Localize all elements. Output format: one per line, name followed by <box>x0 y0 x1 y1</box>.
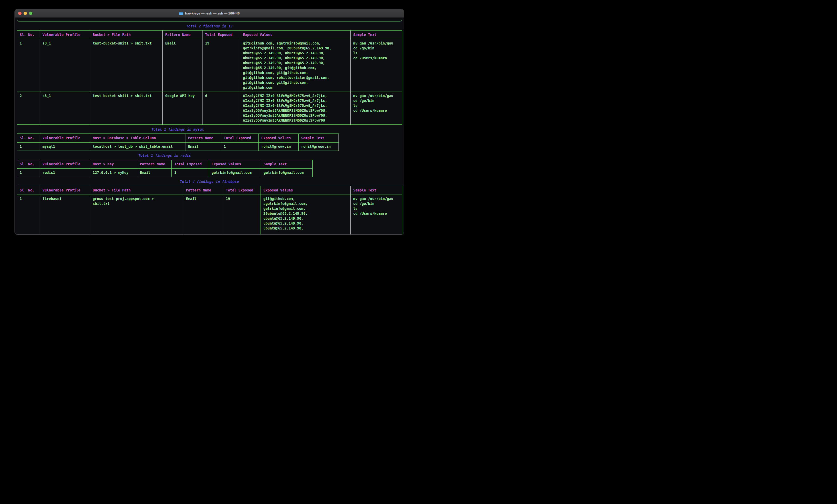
column-header: Bucket > File Path <box>90 31 163 39</box>
column-header: Vulnerable Profile <box>40 31 90 39</box>
table-cell: getrkinfo@gmail.com <box>209 169 261 177</box>
findings-table-s3: Sl. No.Vulnerable ProfileBucket > File P… <box>17 30 402 125</box>
table-cell: 1 <box>17 195 40 235</box>
column-header: Sample Text <box>351 31 402 39</box>
column-header: Total Exposed <box>223 186 261 195</box>
table-cell: getrkinfo@gmail.com <box>261 169 313 177</box>
table-cell: s3_1 <box>40 92 90 125</box>
column-header: Vulnerable Profile <box>40 160 90 169</box>
findings-section-redis: Total 1 findings in redisSl. No.Vulnerab… <box>17 153 312 177</box>
section-title-firebase: Total 4 findings in firebase <box>17 179 402 184</box>
table-header-row: Sl. No.Vulnerable ProfileBucket > File P… <box>17 31 402 39</box>
column-header: Host > Key <box>90 160 137 169</box>
table-cell: 19 <box>223 195 261 235</box>
table-cell: localhost > test_db > shit_table.email <box>90 143 185 151</box>
table-cell: rohit@groww.in <box>299 143 339 151</box>
table-cell: 1 <box>17 39 40 92</box>
column-header: Pattern Name <box>137 160 172 169</box>
column-header: Exposed Values <box>240 31 351 39</box>
findings-section-s3: Total 2 findings in s3Sl. No.Vulnerable … <box>17 24 402 125</box>
close-button[interactable] <box>18 12 21 15</box>
column-header: Pattern Name <box>163 31 202 39</box>
column-header: Vulnerable Profile <box>40 186 90 195</box>
section-title-s3: Total 2 findings in s3 <box>17 24 402 29</box>
table-cell: AIzaSyCfNZ-IZx0-SlVcVg8MCr575zv9_Ar7jLc,… <box>240 92 351 125</box>
table-cell: mv gau /usr/bin/gau cd /go/bin ls cd /Us… <box>351 92 402 125</box>
table-cell: firebase1 <box>40 195 90 235</box>
table-cell: 1 <box>17 169 40 177</box>
table-cell: Email <box>185 143 221 151</box>
table-cell: Email <box>163 39 202 92</box>
table-cell: groww-test-proj.appspot.com > shit.txt <box>90 195 183 235</box>
column-header: Pattern Name <box>185 134 221 143</box>
column-header: Total Exposed <box>172 160 209 169</box>
partial-table-bottom <box>17 19 402 21</box>
column-header: Exposed Values <box>209 160 261 169</box>
table-cell: git@github.com, sgetrkinfo@gmail.com, ge… <box>240 39 351 92</box>
column-header: Sample Text <box>299 134 339 143</box>
column-header: Sl. No. <box>17 134 40 143</box>
window-title: hawk-eye — -zsh — zsh — 166×46 <box>185 12 240 15</box>
findings-table-redis: Sl. No.Vulnerable ProfileHost > KeyPatte… <box>17 160 313 177</box>
table-cell: git@github.com, sgetrkinfo@gmail.com, ge… <box>261 195 351 235</box>
section-title-mysql: Total 1 findings in mysql <box>17 127 338 132</box>
column-header: Bucket > File Path <box>90 186 183 195</box>
window-titlebar[interactable]: hawk-eye — -zsh — zsh — 166×46 <box>15 9 404 18</box>
folder-icon <box>179 12 183 15</box>
table-cell: s3_1 <box>40 39 90 92</box>
table-cell: 2 <box>17 92 40 125</box>
table-cell: 6 <box>202 92 240 125</box>
column-header: Sl. No. <box>17 31 40 39</box>
window-title-group: hawk-eye — -zsh — zsh — 166×46 <box>179 12 240 15</box>
terminal-output[interactable]: Total 2 findings in s3Sl. No.Vulnerable … <box>15 18 404 235</box>
column-header: Total Exposed <box>221 134 259 143</box>
column-header: Exposed Values <box>259 134 299 143</box>
table-row: 1mysql1localhost > test_db > shit_table.… <box>17 143 339 151</box>
table-header-row: Sl. No.Vulnerable ProfileHost > Database… <box>17 134 339 143</box>
terminal-window: hawk-eye — -zsh — zsh — 166×46 Total 2 f… <box>15 9 404 235</box>
traffic-lights <box>18 12 32 15</box>
column-header: Pattern Name <box>183 186 223 195</box>
minimize-button[interactable] <box>23 12 27 15</box>
table-row: 1firebase1groww-test-proj.appspot.com > … <box>17 195 402 235</box>
findings-section-firebase: Total 4 findings in firebaseSl. No.Vulne… <box>17 179 402 235</box>
findings-table-firebase: Sl. No.Vulnerable ProfileBucket > File P… <box>17 186 402 235</box>
findings-section-mysql: Total 1 findings in mysqlSl. No.Vulnerab… <box>17 127 338 151</box>
table-cell: redis1 <box>40 169 90 177</box>
column-header: Sl. No. <box>17 160 40 169</box>
column-header: Sample Text <box>261 160 313 169</box>
column-header: Sl. No. <box>17 186 40 195</box>
table-cell: 1 <box>221 143 259 151</box>
table-cell: 19 <box>202 39 240 92</box>
table-cell: 127.0.0.1 > myKey <box>90 169 137 177</box>
findings-table-mysql: Sl. No.Vulnerable ProfileHost > Database… <box>17 133 339 151</box>
table-cell: Google API key <box>163 92 202 125</box>
table-row: 1redis1127.0.0.1 > myKeyEmail1getrkinfo@… <box>17 169 313 177</box>
table-cell: test-bucket-shit1 > shit.txt <box>90 92 163 125</box>
column-header: Total Exposed <box>202 31 240 39</box>
column-header: Exposed Values <box>261 186 351 195</box>
table-cell: test-bucket-shit1 > shit.txt <box>90 39 163 92</box>
table-header-row: Sl. No.Vulnerable ProfileBucket > File P… <box>17 186 402 195</box>
table-cell: 1 <box>17 143 40 151</box>
table-cell: mv gau /usr/bin/gau cd /go/bin ls cd /Us… <box>351 39 402 92</box>
column-header: Sample Text <box>351 186 402 195</box>
table-row: 1s3_1test-bucket-shit1 > shit.txtEmail19… <box>17 39 402 92</box>
table-cell: rohit@groww.in <box>259 143 299 151</box>
table-cell: Email <box>137 169 172 177</box>
table-row: 2s3_1test-bucket-shit1 > shit.txtGoogle … <box>17 92 402 125</box>
section-title-redis: Total 1 findings in redis <box>17 153 312 158</box>
table-cell: 1 <box>172 169 209 177</box>
column-header: Host > Database > Table.Column <box>90 134 185 143</box>
table-header-row: Sl. No.Vulnerable ProfileHost > KeyPatte… <box>17 160 313 169</box>
table-cell: mv gau /usr/bin/gau cd /go/bin ls cd /Us… <box>351 195 402 235</box>
table-cell: mysql1 <box>40 143 90 151</box>
table-cell: Email <box>183 195 223 235</box>
column-header: Vulnerable Profile <box>40 134 90 143</box>
fullscreen-button[interactable] <box>29 12 32 15</box>
